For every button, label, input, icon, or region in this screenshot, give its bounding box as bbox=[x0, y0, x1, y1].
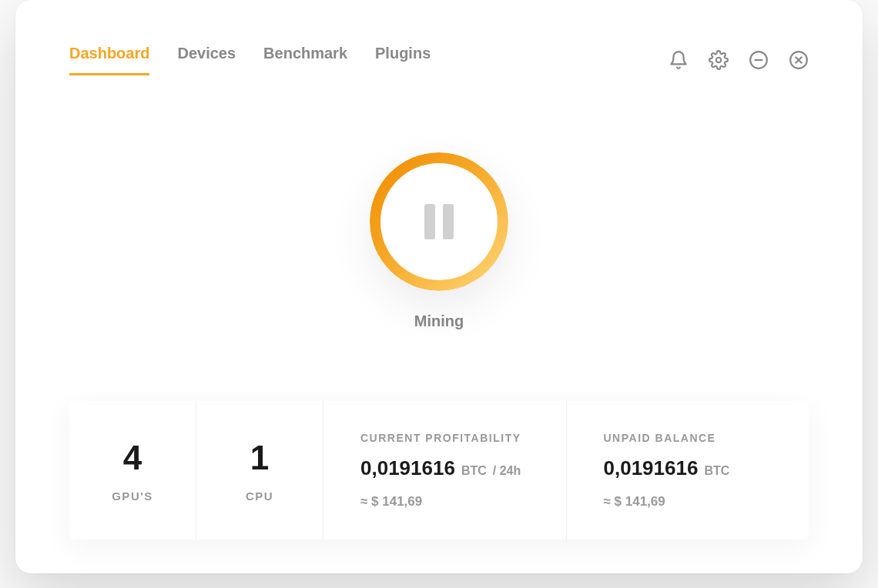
gpu-stat: 4 GPU'S bbox=[69, 401, 196, 540]
tab-benchmark[interactable]: Benchmark bbox=[263, 45, 347, 75]
minimize-icon[interactable] bbox=[749, 50, 769, 70]
topbar-icons bbox=[669, 50, 809, 70]
profitability-value-row: 0,0191616 BTC / 24h bbox=[360, 456, 529, 480]
cpu-label: CPU bbox=[246, 489, 273, 503]
unpaid-value-row: 0,0191616 BTC bbox=[604, 456, 772, 480]
gear-icon[interactable] bbox=[709, 50, 729, 70]
tab-devices[interactable]: Devices bbox=[177, 45, 236, 75]
gpu-count: 4 bbox=[123, 439, 142, 477]
pause-button[interactable] bbox=[370, 152, 508, 291]
svg-point-0 bbox=[716, 58, 722, 63]
status-label: Mining bbox=[414, 312, 464, 330]
topbar: Dashboard Devices Benchmark Plugins bbox=[69, 45, 809, 75]
cpu-stat: 1 CPU bbox=[196, 401, 323, 540]
unpaid-unit: BTC bbox=[704, 464, 729, 478]
profitability-value: 0,0191616 bbox=[360, 456, 455, 480]
nav-tabs: Dashboard Devices Benchmark Plugins bbox=[69, 45, 431, 75]
cpu-count: 1 bbox=[250, 439, 269, 477]
unpaid-value: 0,0191616 bbox=[604, 456, 699, 480]
tab-plugins[interactable]: Plugins bbox=[375, 45, 431, 75]
tab-dashboard[interactable]: Dashboard bbox=[69, 45, 149, 75]
gpu-label: GPU'S bbox=[112, 489, 153, 503]
unpaid-stat: UNPAID BALANCE 0,0191616 BTC ≈ $ 141,69 bbox=[567, 401, 809, 540]
mining-status: Mining bbox=[69, 152, 809, 330]
profitability-approx: ≈ $ 141,69 bbox=[360, 494, 529, 509]
unpaid-title: UNPAID BALANCE bbox=[604, 432, 772, 444]
stats-panel: 4 GPU'S 1 CPU CURRENT PROFITABILITY 0,01… bbox=[69, 401, 809, 540]
unpaid-approx: ≈ $ 141,69 bbox=[604, 494, 772, 509]
profitability-stat: CURRENT PROFITABILITY 0,0191616 BTC / 24… bbox=[323, 401, 567, 540]
bell-icon[interactable] bbox=[669, 50, 689, 70]
profitability-unit: BTC bbox=[461, 464, 487, 478]
close-icon[interactable] bbox=[789, 50, 809, 70]
pause-icon bbox=[424, 204, 454, 239]
app-window: Dashboard Devices Benchmark Plugins bbox=[15, 0, 863, 573]
profitability-title: CURRENT PROFITABILITY bbox=[360, 432, 529, 444]
profitability-per: / 24h bbox=[493, 464, 521, 478]
